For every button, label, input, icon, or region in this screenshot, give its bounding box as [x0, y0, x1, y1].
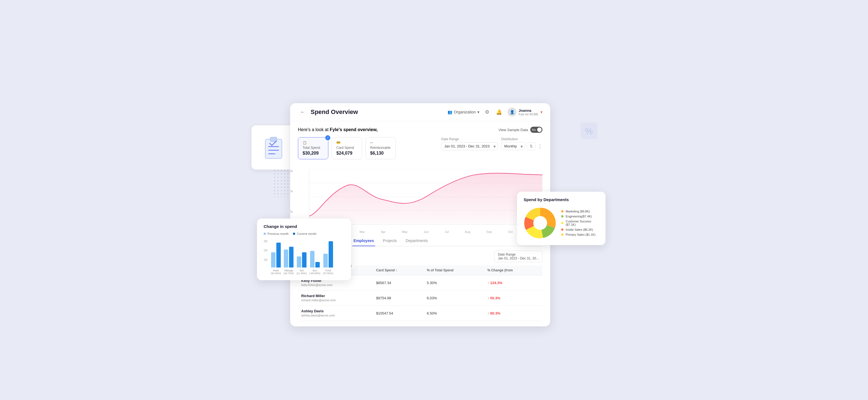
- header-right: 👥 Organization ▾ ⚙ 🔔 👤 Joanna Fyle for A…: [447, 107, 542, 117]
- bar-mileage-label: Mileage(43.75%): [283, 269, 294, 275]
- bar-bus: Bus(-65.89%): [310, 240, 320, 275]
- dept-dot-engineering: [561, 215, 563, 217]
- employee-2-spend: $9754.98: [373, 290, 424, 306]
- dept-panel-title: Spend by Departments: [524, 197, 599, 202]
- dept-label-inside-sales: Inside Sales ($6.2K): [566, 228, 593, 231]
- back-button[interactable]: ←: [298, 108, 307, 116]
- bar-y-2m: 2M: [264, 249, 268, 252]
- y-label-20k: 20k: [290, 189, 293, 193]
- card-spend-card[interactable]: 💳 Card Spend $24,079: [332, 137, 362, 159]
- clipboard-bg-icon: [251, 125, 296, 170]
- distribution-group: Distribution Monthly ⇅ ⋮: [501, 137, 542, 150]
- user-name-block: Joanna Fyle for ACME: [519, 109, 538, 116]
- th-pct-change: % Change (from: [484, 266, 542, 275]
- bar-food: Food(37.82%): [323, 240, 333, 275]
- bar-y-axis: 3M 2M 1M: [264, 240, 268, 268]
- reimbursable-card[interactable]: ↩ Reimbursable $6,130: [365, 137, 396, 159]
- active-check-icon: ✓: [325, 135, 330, 140]
- sample-data-toggle[interactable]: No: [530, 127, 542, 133]
- svg-text:%: %: [585, 126, 593, 136]
- distribution-controls: Monthly ⇅ ⋮: [501, 142, 542, 150]
- bar-y-1m: 1M: [264, 258, 268, 261]
- date-range-group: Date Range Jan 01, 2023 - Dec 31, 2023: [441, 137, 498, 150]
- bar-bus-prev: [310, 251, 314, 268]
- user-chevron-icon: ▾: [540, 110, 542, 114]
- tab-employees[interactable]: Employees: [352, 236, 375, 246]
- card-spend-value: $24,079: [336, 151, 358, 156]
- card-spend-label: Card Spend: [336, 146, 358, 150]
- bar-taxi-label: Taxi(11.45%): [297, 269, 307, 275]
- bar-taxi: Taxi(11.45%): [297, 240, 307, 275]
- dept-dot-customer-success: [561, 222, 563, 224]
- employee-1-pct: 5.30%: [424, 275, 484, 290]
- table-date-value: Jan 01, 2023 - Dec 31, 20...: [498, 256, 539, 260]
- bar-chart-container: 3M 2M 1M Hotel(32.30%): [264, 240, 344, 275]
- ellipsis-icon: ⋮: [537, 144, 542, 149]
- view-sample-label: View Sample Data: [498, 128, 528, 132]
- bar-hotel-curr: [276, 243, 281, 268]
- x-label-sep: Sep: [487, 230, 492, 234]
- employee-2-name: Richard Miller: [301, 294, 370, 298]
- tab-projects[interactable]: Projects: [382, 236, 398, 246]
- bar-mileage-prev: [284, 249, 288, 268]
- bar-taxi-curr: [302, 252, 307, 268]
- gear-decorative-icon: %: [578, 120, 600, 143]
- view-sample-toggle: View Sample Data No: [498, 127, 542, 133]
- employee-2-cell: Richard Miller richard.miller@acme.com: [298, 290, 373, 306]
- legend-curr-dot: [293, 233, 295, 235]
- x-label-jul: Jul: [445, 230, 449, 234]
- employee-2-email: richard.miller@acme.com: [301, 299, 336, 302]
- change-panel-title: Change in spend: [264, 224, 344, 229]
- bar-hotel-prev: [271, 252, 276, 268]
- employee-2-change: ↑ 50.3%: [484, 290, 542, 306]
- more-options-button[interactable]: ⋮: [537, 143, 542, 149]
- distribution-select-wrapper: Monthly: [501, 142, 525, 150]
- reimbursable-value: $6,130: [370, 151, 391, 156]
- dept-dot-primary-sales: [561, 234, 563, 236]
- content-header: Here's a look at Fyle's spend overview, …: [298, 127, 542, 133]
- toggle-label: No: [532, 128, 536, 131]
- employee-3-spend: $10547.54: [373, 306, 424, 321]
- dept-label-engineering: Engineering($7.4K): [566, 215, 592, 218]
- employee-1-spend: $8567.34: [373, 275, 424, 290]
- organization-button[interactable]: 👥 Organization ▾: [447, 110, 479, 114]
- user-subtitle: Fyle for ACME: [519, 113, 538, 116]
- org-label: Organization: [454, 110, 476, 114]
- x-label-may: May: [402, 230, 408, 234]
- employee-1-email: kelly.fisher@acme.com: [301, 283, 333, 286]
- change-legend: Previous month Current month: [264, 232, 344, 236]
- dept-item-inside-sales: Inside Sales ($6.2K): [561, 228, 599, 231]
- dept-content: Marketing ($9.8K) Engineering($7.4K) Cus…: [524, 206, 599, 240]
- distribution-select[interactable]: Monthly: [501, 142, 525, 150]
- total-spend-label: Total Spend: [303, 146, 323, 150]
- user-name: Joanna: [519, 109, 538, 113]
- x-label-aug: Aug: [465, 230, 470, 234]
- legend-curr-label: Current month: [297, 232, 316, 236]
- settings-button[interactable]: ⚙: [484, 108, 490, 116]
- tab-departments[interactable]: Departments: [405, 236, 429, 246]
- dept-item-primary-sales: Primary Sales ($1.1K): [561, 233, 599, 236]
- total-spend-card[interactable]: 📋 Total Spend $30,209 ✓: [298, 137, 328, 159]
- org-icon: 👥: [447, 110, 452, 114]
- toggle-knob: [537, 127, 541, 132]
- pie-chart: [524, 206, 557, 240]
- svg-rect-0: [265, 139, 282, 158]
- x-label-apr: Apr: [381, 230, 385, 234]
- date-range-select[interactable]: Jan 01, 2023 - Dec 31, 2023: [441, 142, 498, 150]
- bar-food-prev: [323, 254, 328, 268]
- filter-button[interactable]: ⇅: [527, 142, 536, 150]
- total-spend-icon: 📋: [303, 141, 323, 145]
- page-header: ← Spend Overview 👥 Organization ▾ ⚙ 🔔 👤: [290, 103, 550, 121]
- employee-1-change: ↑ 124.3%: [484, 275, 542, 290]
- bell-button[interactable]: 🔔: [495, 108, 503, 116]
- line-chart: [309, 169, 542, 225]
- bar-taxi-prev: [297, 256, 301, 268]
- reimbursable-icon: ↩: [370, 141, 391, 145]
- reimbursable-label: Reimbursable: [370, 146, 391, 150]
- chevron-down-icon: ▾: [477, 110, 479, 114]
- total-spend-value: $30,209: [303, 151, 323, 156]
- spend-section: 📋 Total Spend $30,209 ✓ 💳 Card Spend $24…: [298, 137, 542, 165]
- bar-mileage-bars: [284, 240, 293, 268]
- th-card-spend[interactable]: Card Spend ↕: [373, 266, 424, 275]
- bar-y-3m: 3M: [264, 240, 268, 243]
